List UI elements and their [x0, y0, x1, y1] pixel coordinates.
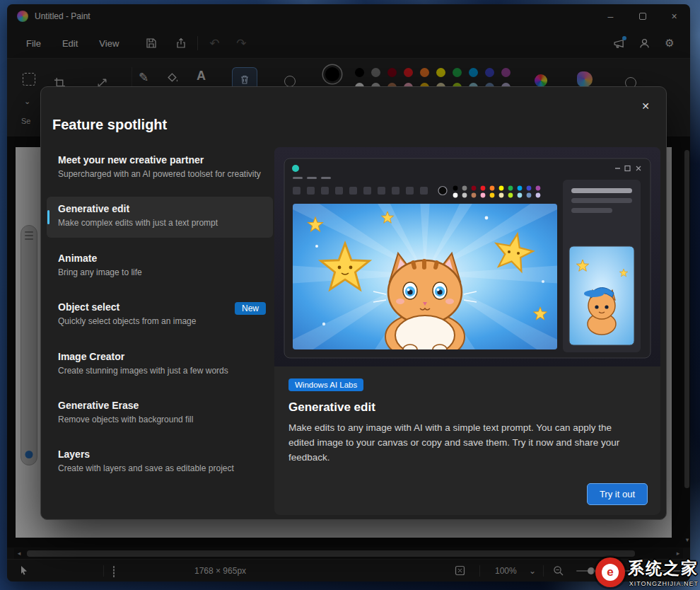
watermark-logo-letter: e: [595, 557, 625, 587]
windows-ai-labs-badge: Windows AI Labs: [288, 378, 363, 391]
feature-item-image-creator[interactable]: Image Creator Create stunning images wit…: [47, 345, 273, 385]
feature-detail-heading: Generative edit: [288, 400, 646, 415]
feature-title: Generative Erase: [58, 400, 262, 411]
feature-item-creative-partner[interactable]: Meet your new creative partner Superchar…: [47, 148, 273, 188]
feature-desc: Bring any image to life: [58, 267, 262, 279]
feature-desc: Supercharged with an AI powered toolset …: [58, 168, 262, 180]
watermark-logo-icon: e: [595, 557, 625, 587]
feature-title: Image Creator: [58, 351, 262, 362]
feature-item-layers[interactable]: Layers Create with layers and save as ed…: [47, 442, 273, 482]
dialog-close-button[interactable]: ✕: [635, 96, 656, 117]
feature-title: Meet your new creative partner: [58, 154, 262, 166]
watermark-domain: XITONGZHIJIA.NET: [628, 580, 699, 587]
feature-desc: Remove objects with background fill: [58, 414, 262, 426]
feature-title: Object select: [58, 301, 262, 313]
feature-desc: Create stunning images with just a few w…: [58, 365, 262, 377]
feature-list: Meet your new creative partner Superchar…: [47, 148, 273, 492]
close-icon: ✕: [641, 100, 650, 112]
feature-title: Generative edit: [58, 203, 262, 214]
feature-item-generative-edit[interactable]: Generative edit Make complex edits with …: [47, 197, 273, 237]
feature-title: Animate: [58, 253, 262, 264]
feature-item-object-select[interactable]: Object select Quickly select objects fro…: [47, 295, 273, 335]
feature-detail-panel: Windows AI Labs Generative edit Make edi…: [274, 147, 660, 515]
try-it-out-button[interactable]: Try it out: [587, 483, 648, 505]
feature-desc: Create with layers and save as editable …: [58, 463, 262, 475]
dialog-title: Feature spotlight: [52, 117, 167, 133]
feature-detail-description: Make edits to any image with AI with a s…: [288, 421, 634, 465]
feature-detail-body: Windows AI Labs Generative edit Make edi…: [274, 366, 660, 465]
feature-desc: Make complex edits with just a text prom…: [58, 217, 262, 229]
watermark: e 系统之家 XITONGZHIJIA.NET: [595, 557, 699, 587]
feature-title: Layers: [58, 449, 262, 460]
feature-preview-image: [274, 147, 660, 366]
new-badge: New: [235, 302, 266, 315]
watermark-site-name: 系统之家: [628, 557, 699, 579]
feature-item-generative-erase[interactable]: Generative Erase Remove objects with bac…: [47, 393, 273, 434]
feature-item-animate[interactable]: Animate Bring any image to life: [47, 246, 273, 287]
feature-spotlight-dialog: ✕ Feature spotlight Meet your new creati…: [40, 86, 667, 520]
feature-desc: Quickly select objects from an image: [58, 316, 262, 328]
